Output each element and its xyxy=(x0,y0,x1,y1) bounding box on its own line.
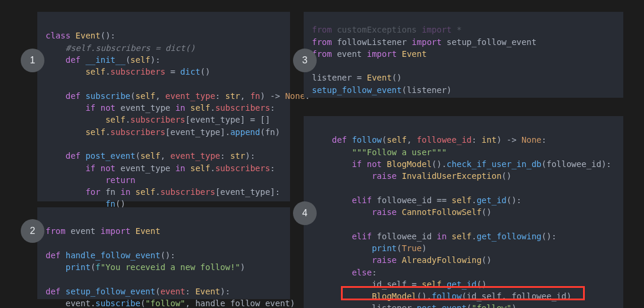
code-token: self xyxy=(105,115,125,124)
code-token: post_event xyxy=(85,151,135,161)
code-token: : xyxy=(472,135,482,145)
code-token: if not xyxy=(85,103,120,113)
code-token: = xyxy=(165,67,180,76)
code-token: self xyxy=(85,67,105,76)
code-token: append xyxy=(230,127,260,137)
code-token: fn xyxy=(105,187,115,197)
code-token xyxy=(312,268,352,277)
code-token: (): xyxy=(101,31,115,40)
code-token: follow xyxy=(432,291,462,301)
code-token: def xyxy=(46,287,66,296)
code-token: setup_follow_event xyxy=(312,85,402,95)
code-token: subscribers xyxy=(160,187,215,197)
code-token xyxy=(170,103,175,113)
code-token: self xyxy=(387,135,407,145)
code-token: """Follow a user""" xyxy=(352,147,446,157)
badge-label: 1 xyxy=(30,53,36,67)
code-token: follow xyxy=(352,135,382,145)
code-token: f xyxy=(95,262,100,272)
code-token: . xyxy=(210,103,215,113)
code-token xyxy=(46,103,85,113)
code-token: BlogModel xyxy=(387,159,432,169)
code-token: event xyxy=(337,49,362,59)
code-token xyxy=(46,163,85,173)
code-token: followee_id xyxy=(511,291,566,301)
code-token xyxy=(312,159,352,169)
code-token: ): xyxy=(601,159,611,169)
code-token: else xyxy=(352,268,372,277)
badge-label: 3 xyxy=(302,53,308,67)
code-token: get_id xyxy=(476,195,507,205)
code-token: followee_id xyxy=(417,135,472,145)
code-token: post_event xyxy=(417,303,466,308)
code-token: subscribe xyxy=(95,299,140,308)
code-token: str xyxy=(225,91,240,101)
badge-label: 4 xyxy=(302,206,308,220)
code-token xyxy=(312,291,372,301)
code-token: self xyxy=(136,91,156,101)
code-token: , xyxy=(155,91,165,101)
code-token: ( xyxy=(260,127,265,137)
code-token xyxy=(312,147,352,157)
code-token: , xyxy=(185,299,195,308)
code-token: ( xyxy=(130,91,135,101)
code-token: print xyxy=(66,262,91,272)
badge-1: 1 xyxy=(21,49,44,72)
code-token: event_type xyxy=(165,91,215,101)
code-token: "follow" xyxy=(472,303,511,308)
code-token xyxy=(46,151,66,161)
code-token: event xyxy=(66,299,91,308)
code-token: . xyxy=(105,67,110,76)
code-token xyxy=(46,55,66,65)
code-token: event xyxy=(160,287,185,296)
code-token: () xyxy=(482,255,492,265)
code-token xyxy=(46,91,66,101)
code-token: subscribers xyxy=(111,67,166,76)
code-token: : xyxy=(270,163,275,173)
code-token: fn xyxy=(265,127,275,137)
code-token: "You receveid a new follow!" xyxy=(101,262,240,272)
code-token: from xyxy=(312,37,337,47)
code-token: print xyxy=(372,243,397,253)
code-token xyxy=(312,171,372,181)
code-token: #self.subscribers = dict() xyxy=(46,43,195,53)
code-token xyxy=(46,115,105,124)
code-token: () xyxy=(501,171,511,181)
code-token: listener xyxy=(372,303,411,308)
code-token: : xyxy=(215,91,226,101)
code-token: ( xyxy=(397,243,401,253)
code-token: import xyxy=(362,49,401,59)
code-token: : xyxy=(220,151,230,161)
code-token xyxy=(46,262,66,272)
code-token: Event xyxy=(402,49,427,59)
code-token: if not xyxy=(352,159,387,169)
code-token xyxy=(312,280,372,289)
code-token: self xyxy=(421,280,442,289)
code-token xyxy=(46,175,105,185)
code-token: [ xyxy=(165,127,170,137)
code-token: customExceptions xyxy=(337,25,417,34)
code-token: (): xyxy=(542,232,556,241)
code-token: in xyxy=(437,232,452,241)
code-token xyxy=(46,127,85,137)
code-token: followee_id xyxy=(546,159,601,169)
code-token: get_id xyxy=(447,280,477,289)
code-token: ) xyxy=(240,262,245,272)
badge-3: 3 xyxy=(293,49,317,72)
code-token xyxy=(312,303,372,308)
code-token: event_type xyxy=(190,115,240,124)
code-token: . xyxy=(412,303,417,308)
badge-2: 2 xyxy=(21,219,44,243)
code-token: ) -> xyxy=(260,91,285,101)
code-token: Event xyxy=(367,73,392,82)
code-token: ( xyxy=(136,151,140,161)
code-token: ) xyxy=(290,299,295,308)
code-token: str xyxy=(230,151,245,161)
code-token: self xyxy=(130,55,150,65)
code-token xyxy=(312,135,332,145)
code-token: (). xyxy=(417,291,432,301)
code-token: . xyxy=(105,127,110,137)
code-token: self xyxy=(85,127,105,137)
code-token: . xyxy=(155,187,160,197)
code-token: in xyxy=(175,163,190,173)
